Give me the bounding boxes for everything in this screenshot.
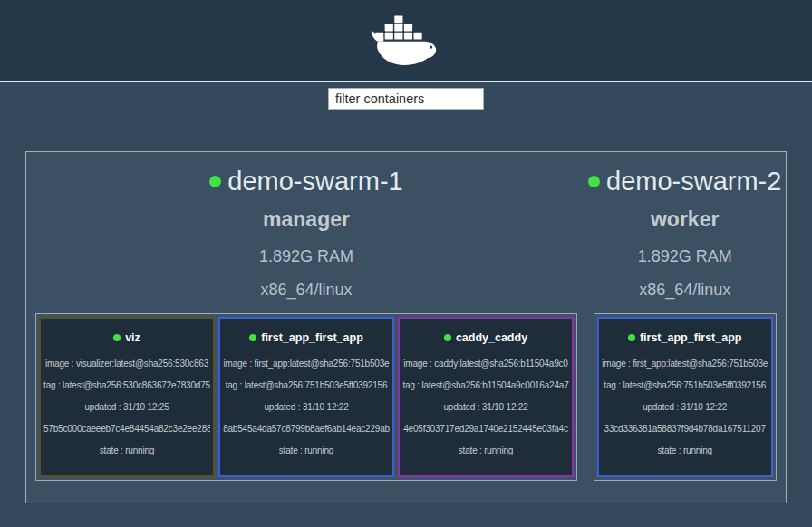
node-status-icon bbox=[209, 176, 221, 187]
node-arch: x86_64/linux bbox=[639, 281, 730, 300]
container-id: 4e05f303717ed29a1740e2152445e03fa4c bbox=[402, 424, 569, 434]
filter-bar bbox=[0, 82, 812, 110]
node-status-icon bbox=[588, 176, 600, 187]
node-role: manager bbox=[263, 207, 350, 232]
container-image: image : first_app:latest@sha256:751b503e bbox=[223, 359, 390, 369]
node-demo-swarm-2: demo-swarm-2 worker 1.892G RAM x86_64/li… bbox=[588, 161, 781, 481]
container-id: 33cd336381a58837f9d4b78da167511207 bbox=[602, 424, 768, 434]
container-state: state : running bbox=[402, 446, 569, 455]
node-arch: x86_64/linux bbox=[260, 281, 352, 300]
tasks-container: first_app_first_app image : first_app:la… bbox=[594, 313, 777, 481]
container-status-icon bbox=[628, 334, 635, 341]
container-updated: updated : 31/10 12:22 bbox=[402, 402, 569, 412]
container-updated: updated : 31/10 12:22 bbox=[602, 402, 768, 412]
container-image: image : caddy:latest@sha256:b11504a9c0 bbox=[402, 359, 569, 369]
container-card-caddy: caddy_caddy image : caddy:latest@sha256:… bbox=[398, 317, 574, 477]
container-card-first-app: first_app_first_app image : first_app:la… bbox=[218, 317, 394, 477]
container-card-viz: viz image : visualizer:latest@sha256:530… bbox=[39, 317, 215, 477]
node-demo-swarm-1: demo-swarm-1 manager 1.892G RAM x86_64/l… bbox=[35, 161, 577, 481]
node-name: demo-swarm-1 bbox=[227, 167, 402, 196]
container-tag: tag : latest@sha256:b11504a9c0016a24a7 bbox=[402, 380, 569, 390]
node-role: worker bbox=[651, 207, 719, 232]
docker-whale-icon bbox=[370, 14, 442, 67]
container-state: state : running bbox=[44, 446, 210, 455]
filter-containers-input[interactable] bbox=[328, 88, 484, 110]
cluster-panel: demo-swarm-1 manager 1.892G RAM x86_64/l… bbox=[25, 151, 787, 503]
container-title: first_app_first_app bbox=[628, 331, 742, 344]
container-title: viz bbox=[113, 331, 140, 344]
container-status-icon bbox=[444, 334, 451, 341]
node-name: demo-swarm-2 bbox=[606, 167, 781, 196]
container-status-icon bbox=[113, 334, 121, 341]
container-tag: tag : latest@sha256:530c863672e7830d75 bbox=[44, 380, 210, 390]
container-card-first-app-2: first_app_first_app image : first_app:la… bbox=[597, 317, 773, 477]
node-title: demo-swarm-1 bbox=[209, 167, 402, 196]
container-status-icon bbox=[249, 334, 256, 341]
node-title: demo-swarm-2 bbox=[588, 167, 781, 196]
container-image: image : visualizer:latest@sha256:530c863 bbox=[44, 359, 210, 369]
container-updated: updated : 31/10 12:22 bbox=[223, 402, 390, 412]
container-name: caddy_caddy bbox=[456, 331, 527, 344]
node-ram: 1.892G RAM bbox=[638, 247, 732, 266]
container-name: first_app_first_app bbox=[261, 331, 363, 344]
container-updated: updated : 31/10 12:25 bbox=[44, 402, 210, 412]
header bbox=[0, 0, 812, 82]
container-name: viz bbox=[125, 331, 140, 344]
container-state: state : running bbox=[602, 446, 768, 455]
tasks-container: viz image : visualizer:latest@sha256:530… bbox=[35, 313, 577, 481]
container-tag: tag : latest@sha256:751b503e5ff0392156 bbox=[223, 380, 390, 390]
container-state: state : running bbox=[223, 446, 390, 455]
container-title: caddy_caddy bbox=[444, 331, 527, 344]
container-title: first_app_first_app bbox=[249, 331, 363, 344]
container-id: 57b5c000caeeeb7c4e84454a82c3e2ee288 bbox=[44, 424, 210, 434]
container-name: first_app_first_app bbox=[640, 331, 742, 344]
container-image: image : first_app:latest@sha256:751b503e bbox=[602, 359, 768, 369]
container-tag: tag : latest@sha256:751b503e5ff0392156 bbox=[602, 380, 768, 390]
container-id: 8ab545a4da57c8799b8aef6ab14eac229ab bbox=[223, 424, 390, 434]
node-ram: 1.892G RAM bbox=[259, 247, 353, 266]
